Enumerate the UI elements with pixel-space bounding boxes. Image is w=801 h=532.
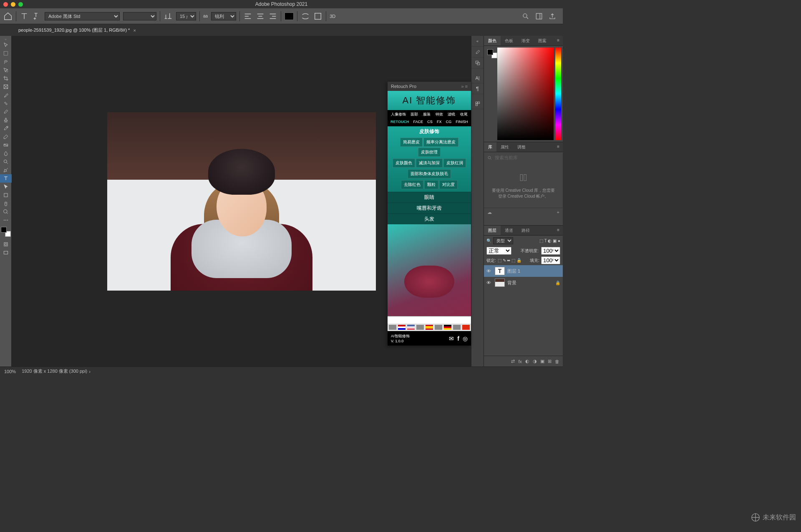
foreground-color[interactable] [1, 227, 7, 233]
layers-tab[interactable]: 图层 [484, 226, 501, 235]
foreground-background-color[interactable] [1, 227, 11, 237]
nav-item[interactable]: 人像修饰 [391, 112, 406, 117]
flag-icon[interactable] [426, 325, 433, 330]
cloud-sync-icon[interactable]: ☁ [487, 210, 492, 215]
color-tab[interactable]: 颜色 [484, 36, 501, 45]
strip-swatches-icon[interactable] [471, 98, 484, 109]
align-right-button[interactable] [268, 12, 277, 21]
type-orientation-button[interactable] [32, 12, 41, 21]
status-chevron-icon[interactable]: › [89, 369, 91, 374]
channels-tab[interactable]: 通道 [501, 226, 517, 235]
retouch-action-button[interactable]: 对比度 [439, 180, 458, 189]
warp-text-button[interactable] [301, 12, 310, 21]
nav-item[interactable]: 面部 [411, 112, 418, 117]
history-brush-tool[interactable] [0, 124, 12, 133]
align-left-button[interactable] [243, 12, 252, 21]
quick-mask-button[interactable] [0, 240, 12, 248]
link-layers-icon[interactable]: ⇄ [511, 359, 515, 364]
document-canvas[interactable] [107, 112, 376, 291]
eyedropper-tool[interactable] [0, 91, 12, 99]
lock-icons[interactable]: ⬚ ✎ ⬌ ⬚ 🔒 [498, 258, 521, 263]
home-button[interactable] [3, 12, 13, 21]
layer-mask-icon[interactable]: ◐ [525, 359, 529, 364]
retouch-action-button[interactable]: 减淡与加深 [416, 158, 443, 168]
lock-icon[interactable]: 🔒 [555, 281, 560, 285]
instagram-icon[interactable]: ◎ [463, 335, 468, 342]
patterns-tab[interactable]: 图案 [534, 36, 551, 45]
new-layer-icon[interactable]: ⊞ [548, 359, 552, 364]
layer-name[interactable]: 图层 1 [507, 268, 520, 274]
brush-tool[interactable] [0, 108, 12, 116]
adjustments-tab[interactable]: 调整 [513, 142, 530, 152]
panel-menu-icon[interactable]: ≡ [554, 36, 563, 45]
flag-icon[interactable] [398, 325, 406, 330]
flag-icon[interactable] [453, 325, 461, 330]
dodge-tool[interactable] [0, 158, 12, 166]
minimize-window-button[interactable] [11, 2, 15, 7]
toolbar-collapse[interactable]: » [0, 38, 11, 41]
workspace-icon[interactable] [535, 13, 543, 20]
screen-mode-button[interactable] [0, 248, 12, 257]
zoom-level[interactable]: 100% [4, 369, 16, 374]
text-color-swatch[interactable] [285, 13, 294, 20]
gradient-tool[interactable] [0, 141, 12, 149]
eraser-tool[interactable] [0, 133, 12, 141]
strip-paragraph-icon[interactable]: ¶ [471, 83, 484, 94]
nav-item[interactable]: FACE [413, 120, 423, 124]
visibility-icon[interactable]: 👁 [486, 280, 492, 285]
marquee-tool[interactable] [0, 49, 12, 58]
retouch-action-button[interactable]: 皮肤纹理 [418, 148, 441, 157]
group-icon[interactable]: ▣ [540, 359, 544, 364]
collapse-icon[interactable]: » ≡ [461, 84, 468, 89]
paths-tab[interactable]: 路径 [517, 226, 534, 235]
flag-icon[interactable] [444, 325, 451, 330]
font-size-select[interactable]: 15 点 [176, 12, 196, 20]
font-family-select[interactable]: Adobe 黑体 Std [45, 12, 120, 20]
nav-item[interactable]: 收尾 [460, 112, 468, 117]
layer-name[interactable]: 背景 [507, 280, 516, 286]
layer-style-icon[interactable]: fx [518, 359, 522, 364]
layer-row[interactable]: 👁 T 图层 1 [484, 265, 563, 277]
document-tab[interactable]: people-2591539_1920.jpg @ 100% (图层 1, RG… [13, 25, 142, 36]
crop-tool[interactable] [0, 74, 12, 83]
retouch-action-button[interactable]: 去除红色 [401, 180, 423, 189]
threed-button[interactable]: 3D [330, 14, 335, 19]
facebook-icon[interactable]: f [457, 335, 459, 342]
retouch-panel-header[interactable]: Retouch Pro » ≡ [388, 82, 471, 91]
retouch-action-button[interactable]: 面部和身体皮肤脱毛 [408, 169, 451, 178]
flag-icon[interactable] [462, 325, 470, 330]
retouch-action-button[interactable]: 皮肤红润 [443, 158, 466, 168]
path-selection-tool[interactable] [0, 183, 12, 191]
library-tab[interactable]: 库 [484, 142, 496, 152]
retouch-color-bar[interactable] [388, 316, 471, 324]
filter-icon[interactable]: 🔍 [486, 238, 491, 243]
color-fg-bg[interactable] [486, 48, 497, 140]
retouch-action-button[interactable]: 皮肤颜色 [393, 158, 415, 168]
align-center-button[interactable] [256, 12, 265, 21]
nav-item[interactable]: FINISH [456, 120, 468, 124]
strip-brush-icon[interactable] [471, 47, 484, 58]
antialiasing-select[interactable]: 锐利 [211, 12, 236, 20]
flag-icon[interactable] [407, 325, 415, 330]
shape-tool[interactable] [0, 191, 12, 199]
nav-item[interactable]: FX [437, 120, 442, 124]
flag-icon[interactable] [389, 325, 396, 330]
gradients-tab[interactable]: 渐变 [517, 36, 534, 45]
fill-select[interactable]: 100% [541, 256, 560, 264]
opacity-select[interactable]: 100% [541, 247, 560, 255]
layer-thumbnail[interactable] [495, 279, 505, 287]
email-icon[interactable]: ✉ [449, 335, 454, 342]
flag-icon[interactable] [435, 325, 442, 330]
nav-item[interactable]: CS [427, 120, 433, 124]
adjustment-layer-icon[interactable]: ◑ [533, 359, 537, 364]
healing-tool[interactable] [0, 99, 12, 108]
more-tools[interactable]: ⋯ [0, 216, 12, 224]
retouch-action-button[interactable]: 简易磨皮 [400, 138, 423, 147]
strip-character-icon[interactable]: A| [471, 73, 484, 83]
strip-expand[interactable]: « [471, 36, 484, 47]
type-tool[interactable] [0, 174, 12, 183]
strip-clone-icon[interactable] [471, 58, 484, 68]
retouch-category[interactable]: 眼睛 [388, 192, 471, 203]
retouch-category[interactable]: 头发 [388, 213, 471, 224]
nav-item[interactable]: CG [446, 120, 452, 124]
